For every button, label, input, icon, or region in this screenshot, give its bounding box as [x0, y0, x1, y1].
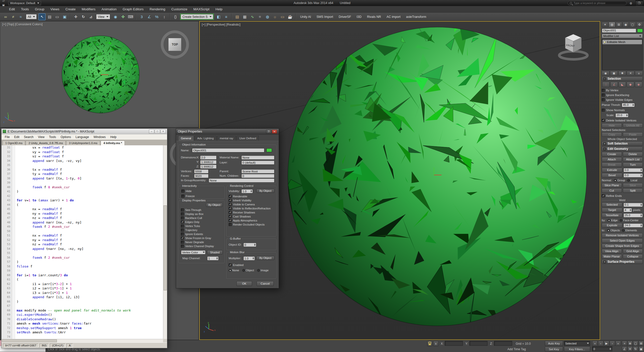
tab-motion[interactable]: ◉	[622, 22, 629, 27]
checkbox[interactable]	[229, 195, 232, 198]
menu-graph-editors[interactable]: Graph Editors	[119, 6, 146, 12]
workspace-dropdown[interactable]: Workspace: Default	[8, 1, 41, 5]
menu-rendering[interactable]: Rendering	[147, 6, 168, 12]
view-align-button[interactable]: View Align	[602, 249, 622, 253]
menu-animation[interactable]: Animation	[98, 6, 119, 12]
ok-button[interactable]: OK	[236, 281, 252, 286]
explode-objects-radio[interactable]: Objects	[607, 229, 620, 232]
checkbox[interactable]	[181, 245, 184, 248]
code-editor[interactable]: 31 vx = readfloat f32 vy = readfloat f33…	[2, 145, 163, 339]
edit-named-selections-icon[interactable]: {}	[172, 13, 179, 20]
rollout-selection[interactable]: −Selection	[602, 76, 643, 81]
transform-gizmo[interactable]	[92, 66, 110, 83]
object-color-swatch[interactable]	[637, 29, 643, 32]
delete-button[interactable]: Delete	[623, 152, 643, 156]
display-trajectory-checkbox[interactable]: Trajectory	[181, 228, 214, 232]
cut-button[interactable]: Cut	[602, 188, 622, 193]
communication-center-icon[interactable]: ◍	[629, 1, 633, 5]
delete-isolated-vertices-checkbox[interactable]: Delete Isolated Vertices	[602, 118, 643, 122]
copy-named-selection-button[interactable]: Copy	[602, 132, 622, 137]
make-planar-button[interactable]: Make Planar	[602, 254, 622, 259]
make-unique-icon[interactable]: ✱	[618, 71, 626, 76]
checkbox[interactable]	[229, 215, 232, 218]
configure-modifier-sets-icon[interactable]: ≡	[635, 71, 643, 76]
stack-item-editable-mesh[interactable]: Editable Mesh	[602, 40, 642, 44]
motion-blur-none-radio[interactable]: None	[229, 269, 239, 272]
select-open-edges-button[interactable]: Select Open Edges	[602, 238, 643, 243]
rollout-soft-selection[interactable]: +Soft Selection	[602, 141, 643, 146]
explode-field[interactable]: 24.0	[623, 223, 643, 228]
hide-button[interactable]: Hide	[602, 123, 622, 128]
normals-scale-field[interactable]: 20.0	[615, 113, 628, 117]
display-show-frozen-in-gray-checkbox[interactable]: Show Frozen in Gray	[181, 236, 214, 240]
selection-lock-icon[interactable]	[427, 341, 432, 346]
tab-create[interactable]: ✶	[602, 22, 608, 27]
bevel-button[interactable]: Bevel	[602, 173, 622, 178]
percent-snap-icon[interactable]: %	[153, 13, 160, 20]
weld-target-button[interactable]: Target	[602, 208, 622, 212]
document-tab-4-infinity-ms[interactable]: 4 Infinity.ms *	[101, 141, 125, 145]
selection-by-vertex-checkbox[interactable]: By Vertex	[602, 88, 643, 92]
normal-local-radio[interactable]: Local	[627, 179, 637, 182]
viewcube-top[interactable]: TOP	[161, 30, 189, 59]
plugin-ac-import-button[interactable]: AC import	[384, 15, 403, 19]
display-backface-cull-checkbox[interactable]: Backface Cull	[181, 216, 214, 220]
slice-button[interactable]: Slice	[623, 183, 643, 188]
bind-to-space-warp-icon[interactable]: ≈	[17, 13, 24, 20]
tessellate-edge-radio[interactable]: Edge	[608, 219, 618, 222]
menu-modifiers[interactable]: Modifiers	[79, 6, 99, 12]
checkbox[interactable]	[181, 237, 184, 240]
checkbox[interactable]	[602, 94, 605, 97]
play-animation-button[interactable]: ▶	[604, 341, 609, 346]
named-selection-dropdown[interactable]: Create Selection S	[181, 14, 213, 19]
selection-filter-dropdown[interactable]: All	[26, 14, 37, 19]
checkbox[interactable]	[602, 98, 605, 101]
maxscript-minimize-button[interactable]: –	[149, 129, 154, 134]
break-button[interactable]: Break	[602, 162, 622, 167]
set-key-button[interactable]: Set Key	[545, 346, 563, 352]
display-ignore-extents-checkbox[interactable]: Ignore Extents	[181, 232, 214, 236]
checkbox[interactable]	[229, 219, 232, 222]
checkbox[interactable]	[602, 194, 605, 197]
snaps-toggle-icon[interactable]: 3	[138, 13, 145, 20]
select-and-move-icon[interactable]: ✛	[72, 13, 79, 20]
document-tab-2-unity-assets-0-8-7f5-ms[interactable]: 2 Unity_Assets_0.8.7f5.ms	[26, 141, 66, 145]
material-editor-icon[interactable]: ◍	[264, 13, 271, 20]
create-shape-from-edges-button[interactable]: Create Shape from Edges	[602, 244, 643, 248]
unlink-selection-icon[interactable]: ≠	[10, 13, 17, 20]
refine-ends-checkbox[interactable]: Refine Ends	[602, 194, 643, 198]
previous-frame-button[interactable]: ‹	[598, 341, 603, 346]
tab-modify[interactable]: ◎	[609, 22, 615, 27]
maxscript-close-button[interactable]: ×	[160, 129, 166, 134]
slice-plane-button[interactable]: Slice Plane	[602, 183, 622, 188]
menu-help[interactable]: Help	[213, 6, 226, 12]
key-mode-dropdown[interactable]: Selected	[564, 341, 590, 346]
menu-tools[interactable]: Tools	[18, 6, 32, 12]
maxscript-menu-view[interactable]: View	[36, 135, 47, 139]
checkbox[interactable]	[229, 263, 232, 267]
multiplier-field[interactable]: 1.0	[243, 256, 255, 260]
motion-blur-enabled-checkbox[interactable]: Enabled	[229, 263, 244, 267]
cancel-button[interactable]: Cancel	[257, 281, 274, 286]
rendering-visible-to-reflection-refraction-checkbox[interactable]: Visible to Reflection/Refraction	[229, 206, 271, 210]
explode-button[interactable]: Explode	[602, 223, 622, 228]
extrude-button[interactable]: Extrude	[602, 168, 622, 172]
add-time-tag[interactable]: Add Time Tag	[507, 347, 526, 351]
tab-adv-lighting[interactable]: Adv. Lighting	[194, 136, 217, 141]
plugin-i3d-button[interactable]: I3D	[354, 15, 364, 19]
select-object-icon[interactable]: ↖	[38, 13, 46, 20]
radio[interactable]	[257, 269, 260, 272]
rollout-edit-geometry[interactable]: −Edit Geometry	[602, 147, 643, 151]
viewcube-face[interactable]: TOP	[168, 38, 181, 51]
selection-ignore-visible-edges-checkbox[interactable]: Ignore Visible Edges	[602, 98, 643, 102]
normal-group-radio[interactable]: Group	[614, 179, 625, 182]
transform-gizmo[interactable]	[425, 166, 443, 184]
checkbox[interactable]	[229, 211, 232, 214]
planar-thresh-field[interactable]: 45.0	[622, 103, 635, 107]
go-to-start-button[interactable]: «	[592, 341, 598, 346]
checkbox[interactable]	[602, 89, 605, 92]
motion-blur-object-radio[interactable]: Object	[242, 269, 254, 272]
edge-subobject-icon[interactable]: ∠	[610, 82, 618, 87]
tab-utilities[interactable]: ✠	[636, 22, 643, 27]
radio[interactable]	[607, 229, 610, 232]
